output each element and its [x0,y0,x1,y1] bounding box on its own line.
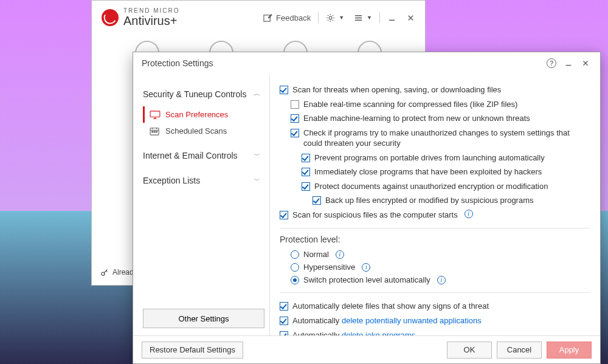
checkbox-label: Immediately close programs that have bee… [314,167,542,177]
protection-settings-dialog: Protection Settings ? Security & Tuneup … [133,52,601,364]
calendar-icon [150,127,161,136]
checkbox-label: Enable real-time scanning for compressed… [303,99,517,110]
checkbox-auto-delete-pua[interactable] [280,317,288,325]
link-delete-joke[interactable]: delete joke programs [342,331,415,335]
pencil-note-icon [263,13,272,22]
checkbox-label: Scan for suspicious files as the compute… [292,210,458,221]
radio-row-auto[interactable]: Switch protection level automaticallyi [291,273,590,286]
checkbox-backup-encrypted[interactable] [313,196,321,205]
trendmicro-logo-icon [102,9,119,26]
checkbox-label: Automatically delete potentially unwante… [292,315,482,326]
help-icon: ? [547,58,556,68]
checkbox-label: Check if programs try to make unauthoriz… [303,128,590,149]
key-icon [100,268,109,276]
license-text: Alread [112,268,134,276]
sidebar-item-label: Scan Preferences [165,110,228,119]
radio-hypersensitive[interactable] [291,263,299,272]
link-delete-pua[interactable]: delete potentially unwanted applications [342,316,482,325]
protection-level-heading: Protection level: [280,235,590,244]
hamburger-icon [354,13,363,22]
checkbox-protect-documents[interactable] [302,182,310,191]
minimize-button[interactable] [382,10,401,26]
brand-text: TREND MICRO Antivirus+ [123,8,180,27]
minimize-icon [387,13,396,22]
section-label: Security & Tuneup Controls [143,89,246,99]
section-label: Internet & Email Controls [143,151,238,160]
checkbox-realtime-compressed[interactable] [291,100,299,109]
svg-rect-6 [154,131,155,132]
radio-label: Normal [303,250,329,259]
gear-icon [326,13,335,22]
close-icon [581,59,590,67]
info-icon[interactable]: i [465,210,473,218]
help-button[interactable]: ? [543,56,560,70]
separator [379,12,380,23]
radio-normal[interactable] [291,250,299,259]
checkbox-scan-on-access[interactable] [280,86,288,94]
checkbox-auto-delete-threats[interactable] [280,302,288,311]
checkbox-label: Scan for threats when opening, saving, o… [292,84,501,95]
chevron-down-icon: ﹀ [254,177,261,184]
svg-rect-5 [152,131,153,132]
close-icon [406,13,415,22]
license-status: Alread [100,268,134,276]
dialog-footer: Restore Default Settings OK Cancel Apply [133,335,600,363]
dialog-titlebar[interactable]: Protection Settings ? [133,52,600,74]
divider [280,292,590,293]
radio-auto[interactable] [291,276,299,284]
sidebar-item-label: Scheduled Scans [165,126,227,136]
checkbox-scan-on-startup[interactable] [280,211,288,219]
checkbox-label: Automatically delete files that show any… [292,301,489,312]
sidebar-section-internet-email[interactable]: Internet & Email Controls ﹀ [143,146,269,164]
dialog-minimize-button[interactable] [560,56,577,70]
sidebar-section-exception-lists[interactable]: Exception Lists ﹀ [143,171,269,189]
brand-bottom: Antivirus+ [123,15,180,27]
restore-defaults-button[interactable]: Restore Default Settings [142,342,243,359]
settings-sidebar: Security & Tuneup Controls ︿ Scan Prefer… [133,74,269,335]
chevron-down-icon: ﹀ [254,152,261,159]
info-icon[interactable]: i [336,250,344,259]
dialog-title: Protection Settings [142,58,213,68]
close-button[interactable] [401,10,420,26]
checkbox-label: Prevent programs on portable drives from… [314,153,545,163]
feedback-label: Feedback [276,13,311,22]
minimize-icon [564,59,573,67]
sidebar-item-scan-preferences[interactable]: Scan Preferences [143,106,269,123]
ok-button[interactable]: OK [447,342,492,359]
checkbox-unauthorized-changes[interactable] [291,129,299,137]
checkbox-label: Automatically delete joke programs [292,330,415,335]
svg-rect-7 [156,131,157,132]
svg-point-1 [329,16,332,19]
sidebar-section-security-tuneup[interactable]: Security & Tuneup Controls ︿ [143,85,269,103]
dialog-close-button[interactable] [577,56,594,70]
checkbox-label: Protect documents against unauthorized e… [314,181,548,192]
radio-row-hypersensitive[interactable]: Hypersensitivei [291,261,590,273]
divider [280,228,590,228]
settings-menu-button[interactable]: ▼ [321,10,349,26]
sidebar-item-scheduled-scans[interactable]: Scheduled Scans [143,123,269,139]
checkbox-label: Enable machine-learning to protect from … [303,113,530,124]
chevron-up-icon: ︿ [254,91,261,98]
monitor-icon [150,111,161,119]
svg-rect-3 [150,111,160,117]
checkbox-machine-learning[interactable] [291,114,299,123]
svg-rect-0 [264,15,270,21]
settings-content: Scan for threats when opening, saving, o… [269,74,600,335]
other-settings-button[interactable]: Other Settings [143,309,264,328]
checkbox-auto-delete-joke[interactable] [280,331,288,335]
feedback-button[interactable]: Feedback [258,10,316,26]
checkbox-close-exploited[interactable] [302,168,310,176]
radio-row-normal[interactable]: Normali [291,248,590,261]
info-icon[interactable]: i [437,276,446,284]
checkbox-label: Back up files encrypted or modified by s… [325,195,534,206]
radio-label: Switch protection level automatically [303,275,430,284]
radio-label: Hypersensitive [303,263,355,272]
section-label: Exception Lists [143,176,200,185]
menu-button[interactable]: ▼ [349,10,377,26]
apply-button[interactable]: Apply [547,342,592,359]
info-icon[interactable]: i [362,263,370,272]
cancel-button[interactable]: Cancel [497,342,542,359]
separator [318,12,319,23]
checkbox-portable-drives[interactable] [302,154,310,162]
